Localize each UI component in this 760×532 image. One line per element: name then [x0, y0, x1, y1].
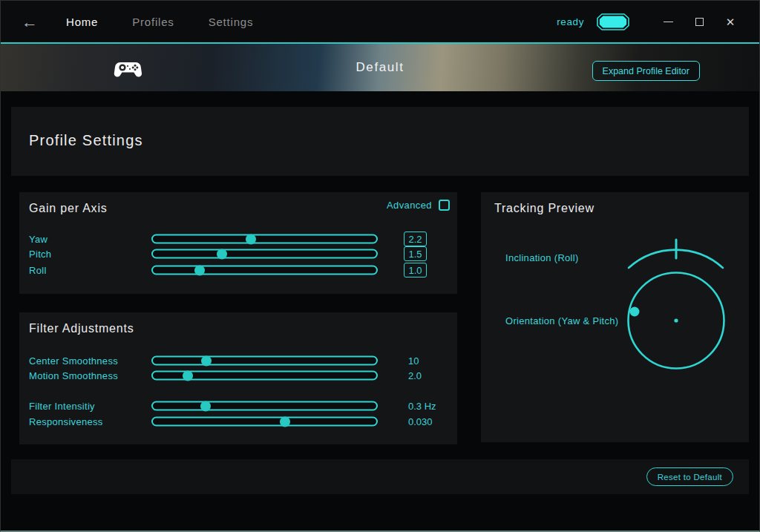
status-text: ready [557, 16, 584, 27]
orientation-label: Orientation (Yaw & Pitch) [505, 315, 618, 326]
expand-profile-editor-button[interactable]: Expand Profile Editor [592, 61, 700, 81]
filter-panel-title: Filter Adjustments [29, 322, 134, 335]
filter-intensity-label: Filter Intensitiy [29, 401, 95, 412]
minimize-icon [664, 22, 673, 22]
responsiveness-value: 0.030 [408, 416, 433, 427]
motion-smoothness-value: 2.0 [408, 370, 422, 381]
tracking-preview-panel: Tracking Preview Inclination (Roll) Orie… [481, 192, 749, 442]
inclination-label: Inclination (Roll) [505, 252, 579, 263]
pitch-slider-row: Pitch 1.5 [19, 246, 457, 261]
center-smoothness-track[interactable] [151, 356, 378, 366]
pitch-value-field[interactable]: 1.5 [404, 246, 427, 261]
nav-tab-settings[interactable]: Settings [209, 16, 254, 28]
maximize-button[interactable] [684, 1, 715, 42]
yaw-slider-thumb[interactable] [246, 234, 256, 244]
motion-smoothness-thumb[interactable] [183, 370, 193, 381]
center-smoothness-row: Center Smoothness 10 [19, 353, 457, 368]
advanced-toggle: Advanced [387, 200, 450, 211]
pitch-slider-track[interactable] [151, 249, 378, 259]
responsiveness-thumb[interactable] [280, 416, 290, 427]
filter-intensity-value: 0.3 Hz [408, 401, 436, 412]
page-title: Profile Settings [29, 132, 143, 149]
filter-intensity-thumb[interactable] [200, 401, 211, 411]
filter-adjustments-panel: Filter Adjustments Center Smoothness 10 … [19, 312, 457, 444]
nav-tab-home[interactable]: Home [66, 16, 98, 28]
filter-intensity-row: Filter Intensitiy 0.3 Hz [19, 398, 457, 413]
motion-smoothness-label: Motion Smoothness [29, 370, 118, 381]
responsiveness-row: Responsiveness 0.030 [19, 414, 457, 429]
roll-slider-row: Roll 1.0 [19, 263, 457, 278]
back-arrow-icon[interactable]: ← [19, 11, 41, 33]
advanced-checkbox[interactable] [439, 200, 450, 211]
close-button[interactable]: ✕ [715, 1, 746, 42]
motion-smoothness-track[interactable] [151, 371, 378, 381]
responsiveness-label: Responsiveness [29, 416, 103, 427]
orientation-marker-dot [630, 307, 640, 317]
orientation-center-dot [674, 318, 678, 322]
center-smoothness-label: Center Smoothness [29, 355, 118, 367]
nav-tab-profiles[interactable]: Profiles [132, 16, 174, 28]
center-smoothness-thumb[interactable] [201, 355, 212, 366]
center-smoothness-value: 10 [408, 355, 419, 367]
pitch-slider-thumb[interactable] [217, 249, 227, 259]
reset-to-default-button[interactable]: Reset to Default [646, 467, 733, 486]
roll-slider-thumb[interactable] [194, 265, 205, 275]
gain-panel-title: Gain per Axis [29, 202, 108, 215]
yaw-label: Yaw [29, 234, 48, 245]
filter-intensity-track[interactable] [151, 401, 378, 411]
main-nav: Home Profiles Settings [66, 1, 253, 42]
responsiveness-track[interactable] [151, 417, 378, 427]
app-window: ← Home Profiles Settings ready ✕ [0, 0, 760, 532]
roll-slider-track[interactable] [151, 266, 378, 275]
battery-icon [596, 13, 630, 31]
advanced-label: Advanced [387, 200, 432, 211]
profile-settings-panel: Profile Settings [11, 107, 749, 176]
minimize-button[interactable] [652, 1, 684, 42]
maximize-icon [695, 18, 704, 26]
gain-per-axis-panel: Gain per Axis Advanced Yaw 2.2 Pitch 1.5… [19, 192, 457, 294]
yaw-value-field[interactable]: 2.2 [404, 231, 427, 246]
title-bar: ← Home Profiles Settings ready ✕ [1, 1, 759, 44]
pitch-label: Pitch [29, 249, 51, 260]
yaw-slider-track[interactable] [151, 234, 378, 244]
profile-header: Default Expand Profile Editor [1, 44, 759, 91]
titlebar-right-cluster: ready ✕ [557, 1, 746, 42]
footer-bar: Reset to Default [11, 459, 749, 494]
close-icon: ✕ [726, 16, 736, 27]
motion-smoothness-row: Motion Smoothness 2.0 [19, 368, 457, 383]
roll-label: Roll [29, 265, 47, 276]
yaw-slider-row: Yaw 2.2 [19, 231, 457, 246]
roll-value-field[interactable]: 1.0 [404, 263, 427, 278]
